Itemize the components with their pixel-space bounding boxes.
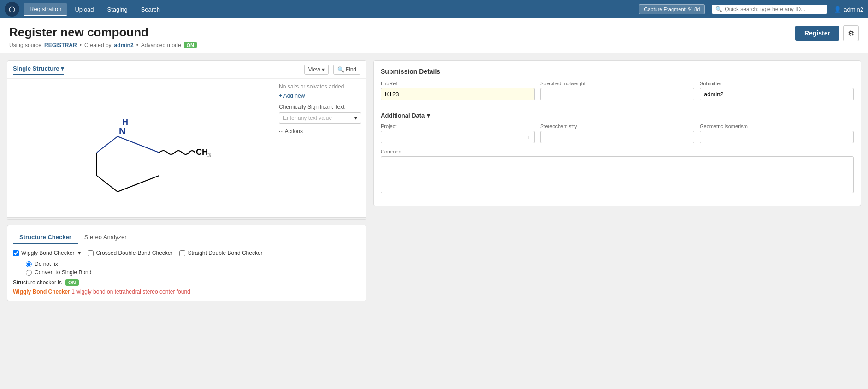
quick-search-box: 🔍 xyxy=(712,5,827,14)
warning-label: Wiggly Bond Checker xyxy=(13,289,70,295)
comment-label: Comment xyxy=(381,149,854,154)
register-button[interactable]: Register xyxy=(795,26,839,41)
radio-group: Do not fix Convert to Single Bond xyxy=(26,261,360,276)
svg-line-0 xyxy=(97,176,118,192)
specified-molweight-input[interactable] xyxy=(540,88,694,100)
crossed-double-bond-checker-checkbox[interactable] xyxy=(88,250,94,256)
section-divider xyxy=(381,106,854,106)
wiggly-bond-checker-option[interactable]: Wiggly Bond Checker ▾ xyxy=(13,250,81,256)
lnbref-input[interactable] xyxy=(381,88,535,100)
nav-registration[interactable]: Registration xyxy=(24,3,67,16)
right-panel: Submission Details LnbRef Specified molw… xyxy=(373,60,861,389)
lnbref-group: LnbRef xyxy=(381,81,535,100)
svg-text:CH: CH xyxy=(196,147,208,157)
geometric-isomerism-group: Geometric isomerism xyxy=(700,124,854,143)
chevron-down-icon: ▾ xyxy=(354,115,357,121)
additional-data-row1: Project + Stereochemistry Geometric isom… xyxy=(381,124,854,143)
molecule-canvas[interactable]: N H CH 3 xyxy=(7,79,274,217)
submission-card: Submission Details LnbRef Specified molw… xyxy=(373,60,861,206)
stereochemistry-select[interactable] xyxy=(540,131,694,143)
geometric-isomerism-select[interactable] xyxy=(700,131,854,143)
page-subtitle: Using source REGISTRAR • Created by admi… xyxy=(9,42,197,48)
resize-handle[interactable] xyxy=(7,217,366,220)
convert-to-single-bond-option[interactable]: Convert to Single Bond xyxy=(26,269,360,276)
salts-panel: No salts or solvates added. + Add new Ch… xyxy=(274,79,366,217)
svg-text:H: H xyxy=(122,118,128,127)
chevron-down-icon: ▾ xyxy=(78,250,81,256)
chevron-down-icon: ▾ xyxy=(61,65,64,72)
warning-line: Wiggly Bond Checker 1 wiggly bond on tet… xyxy=(13,289,360,295)
project-label: Project xyxy=(381,124,535,129)
comment-group: Comment xyxy=(381,149,854,193)
tab-stereo-analyzer[interactable]: Stereo Analyzer xyxy=(78,231,133,244)
svg-line-2 xyxy=(97,136,118,153)
warning-text: 1 wiggly bond on tetrahedral stereo cent… xyxy=(71,289,190,295)
project-input[interactable]: + xyxy=(381,131,535,143)
svg-text:3: 3 xyxy=(207,152,211,159)
specified-molweight-label: Specified molweight xyxy=(540,81,694,86)
left-panel: Single Structure ▾ View ▾ 🔍 Find xyxy=(7,60,366,389)
search-icon: 🔍 xyxy=(715,6,722,12)
submitter-group: Submitter xyxy=(700,81,854,100)
plus-icon: + xyxy=(527,134,531,141)
chevron-down-icon: ▾ xyxy=(427,112,430,119)
chem-text-dropdown[interactable]: Enter any text value ▾ xyxy=(279,112,361,124)
search-icon: 🔍 xyxy=(337,66,344,73)
single-structure-tab[interactable]: Single Structure ▾ xyxy=(13,65,64,75)
stereochemistry-group: Stereochemistry xyxy=(540,124,694,143)
find-button[interactable]: 🔍 Find xyxy=(333,65,360,75)
do-not-fix-radio[interactable] xyxy=(26,261,32,267)
specified-molweight-group: Specified molweight xyxy=(540,81,694,100)
nav-staging[interactable]: Staging xyxy=(102,3,133,16)
checker-panel: Structure Checker Stereo Analyzer Wiggly… xyxy=(7,225,366,301)
tab-structure-checker[interactable]: Structure Checker xyxy=(13,231,78,244)
settings-icon: ⚙ xyxy=(848,29,854,38)
page-header: Register new compound Using source REGIS… xyxy=(0,18,868,53)
main-content: Single Structure ▾ View ▾ 🔍 Find xyxy=(0,53,868,389)
straight-double-bond-checker-checkbox[interactable] xyxy=(179,250,185,256)
settings-button[interactable]: ⚙ xyxy=(843,25,859,41)
quick-search-input[interactable] xyxy=(725,6,823,12)
lnbref-label: LnbRef xyxy=(381,81,535,86)
capture-fragment-button[interactable]: Capture Fragment: %-8d xyxy=(639,4,705,14)
svg-line-3 xyxy=(118,136,159,153)
header-actions: Register ⚙ xyxy=(795,25,859,41)
checker-tabs: Structure Checker Stereo Analyzer xyxy=(13,231,360,244)
convert-to-single-bond-radio[interactable] xyxy=(26,270,32,276)
submission-details-row: LnbRef Specified molweight Submitter xyxy=(381,81,854,100)
page-title: Register new compound xyxy=(9,25,197,40)
do-not-fix-option[interactable]: Do not fix xyxy=(26,261,360,267)
geometric-isomerism-label: Geometric isomerism xyxy=(700,124,854,129)
created-by-value: admin2 xyxy=(114,42,134,48)
svg-line-5 xyxy=(118,176,159,192)
nav-upload[interactable]: Upload xyxy=(69,3,99,16)
stereochemistry-label: Stereochemistry xyxy=(540,124,694,129)
actions-link[interactable]: ··· Actions xyxy=(279,128,361,135)
structure-editor-area: N H CH 3 No salts or solvates added. xyxy=(7,79,366,217)
svg-text:N: N xyxy=(119,126,125,136)
wiggly-bond-checker-checkbox[interactable] xyxy=(13,250,19,256)
structure-card-actions: View ▾ 🔍 Find xyxy=(304,65,360,75)
chem-text-label: Chemically Significant Text xyxy=(279,104,361,110)
user-badge[interactable]: 👤 admin2 xyxy=(834,6,863,13)
checker-options: Wiggly Bond Checker ▾ Crossed Double-Bon… xyxy=(13,250,360,256)
advanced-mode-toggle[interactable]: ON xyxy=(184,42,197,48)
submitter-input[interactable] xyxy=(700,88,854,100)
nav-search[interactable]: Search xyxy=(136,3,165,16)
comment-textarea[interactable] xyxy=(381,156,854,193)
straight-double-bond-checker-option[interactable]: Straight Double Bond Checker xyxy=(179,250,262,256)
project-group: Project + xyxy=(381,124,535,143)
view-button[interactable]: View ▾ xyxy=(304,65,329,75)
add-new-button[interactable]: + Add new xyxy=(279,93,361,99)
additional-data-title[interactable]: Additional Data ▾ xyxy=(381,112,854,119)
structure-editor-card: Single Structure ▾ View ▾ 🔍 Find xyxy=(7,60,366,220)
structure-card-header: Single Structure ▾ View ▾ 🔍 Find xyxy=(7,61,366,79)
submitter-label: Submitter xyxy=(700,81,854,86)
top-navigation: ⬡ Registration Upload Staging Search Cap… xyxy=(0,0,868,18)
no-salts-text: No salts or solvates added. xyxy=(279,83,361,90)
crossed-double-bond-checker-option[interactable]: Crossed Double-Bond Checker xyxy=(88,250,172,256)
checker-status-toggle[interactable]: ON xyxy=(65,279,79,286)
additional-data-row2: Comment xyxy=(381,149,854,193)
checker-status: Structure checker is ON xyxy=(13,279,360,286)
app-logo[interactable]: ⬡ xyxy=(5,2,19,17)
